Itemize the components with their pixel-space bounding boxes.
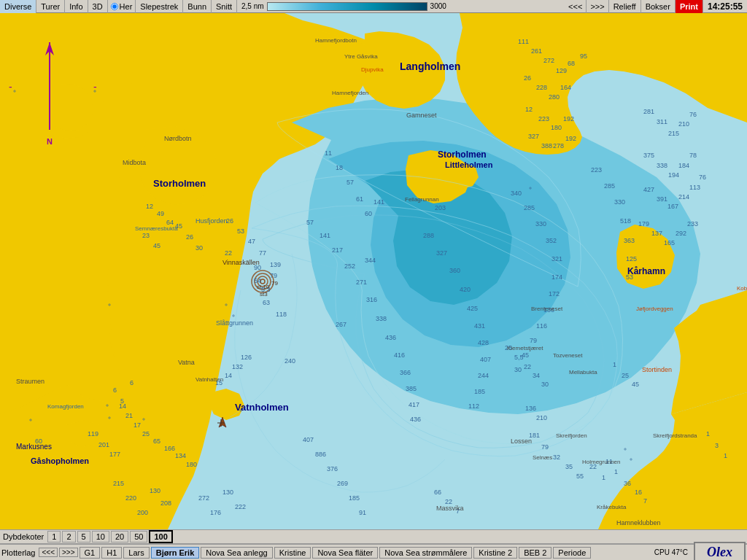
svg-text:436: 436 [385,334,396,341]
svg-text:164: 164 [560,84,571,91]
plotterlag-lars[interactable]: Lars [123,547,149,559]
svg-text:228: 228 [536,84,547,91]
depth-nav-right[interactable]: >>> [588,2,606,11]
svg-text:Storholmen: Storholmen [153,178,206,189]
plotterlag-kristine[interactable]: Kristine [274,547,311,559]
toolbar-slepestrek[interactable]: Slepestrek [136,0,183,13]
map-container[interactable]: N 12 49 64 23 45 45 26 [0,13,747,529]
svg-text:Gåshopholmen: Gåshopholmen [31,456,89,465]
toolbar-bunn[interactable]: Bunn [183,0,212,13]
plotterlag-nav-right[interactable]: >>> [59,548,78,557]
svg-text:1: 1 [602,474,605,481]
plotterlag-periode[interactable]: Periode [553,547,591,559]
svg-text:192: 192 [565,135,576,142]
svg-text:Hamnefjordbotn: Hamnefjordbotn [315,37,357,44]
svg-text:436: 436 [410,416,421,423]
svg-text:1: 1 [614,468,618,475]
toolbar-print[interactable]: Print [676,0,703,13]
depth-btn-100[interactable]: 100 [149,530,172,543]
toolbar-info[interactable]: Info [65,0,88,13]
svg-text:366: 366 [400,369,411,376]
toolbar-nav-left-group: <<< [565,0,587,13]
plotterlag-g1[interactable]: G1 [80,547,101,559]
toolbar-diverse[interactable]: Diverse [0,0,36,13]
depth-bar: Dybdekoter 1 2 5 10 20 50 100 [0,529,747,544]
svg-text:431: 431 [474,322,485,330]
svg-text:220: 220 [125,494,136,502]
svg-text:22: 22 [524,363,531,370]
svg-text:360: 360 [449,267,460,274]
depth-nav-left[interactable]: <<< [566,2,584,11]
svg-text:201: 201 [98,441,109,448]
svg-text:79: 79 [541,443,549,451]
svg-text:129: 129 [556,67,567,74]
plotterlag-h1[interactable]: H1 [101,547,122,559]
svg-text:113: 113 [689,184,700,191]
plotterlag-nav-left[interactable]: <<< [39,548,58,557]
svg-text:215: 215 [113,480,124,487]
depth-btn-20[interactable]: 20 [111,531,128,542]
svg-text:60: 60 [365,210,372,217]
svg-text:185: 185 [474,388,485,395]
svg-text:26: 26 [186,233,193,241]
svg-text:407: 407 [480,356,491,363]
plotterlag-kristine2[interactable]: Kristine 2 [473,547,517,559]
svg-text:45: 45 [153,242,160,249]
svg-text:223: 223 [538,115,549,122]
her-radio-input[interactable] [111,3,118,10]
svg-text:327: 327 [436,249,447,257]
depth-btn-2[interactable]: 2 [62,531,75,542]
svg-text:12: 12 [525,106,533,113]
svg-text:172: 172 [549,290,560,298]
svg-text:177: 177 [109,451,120,458]
plotterlag-nova-sea-strommålere[interactable]: Nova Sea strømmålere [379,547,472,559]
svg-text:Fellagrunnan: Fellagrunnan [405,196,439,203]
svg-text:363: 363 [624,237,635,244]
toolbar-relieff[interactable]: Relieff [609,0,641,13]
svg-text:Kårhamn: Kårhamn [627,266,665,276]
svg-text:Vinnaskällen: Vinnaskällen [222,259,260,266]
svg-text:Kob: Kob [737,285,747,292]
depth-btn-10[interactable]: 10 [92,531,109,542]
svg-text:N: N [47,137,53,146]
toolbar-turer[interactable]: Turer [36,0,65,13]
svg-text:167: 167 [667,203,678,210]
svg-text:214: 214 [678,193,689,201]
svg-text:240: 240 [285,357,295,365]
plotterlag-nova-sea-flater[interactable]: Nova Sea fläter [312,547,378,559]
svg-text:388: 388 [541,142,552,149]
svg-text:244: 244 [478,372,489,379]
svg-text:340: 340 [511,190,522,197]
depth-btn-50[interactable]: 50 [130,531,147,542]
svg-text:285: 285 [604,182,615,190]
depth-gradient [267,2,427,11]
toolbar-3d[interactable]: 3D [88,0,108,13]
plotterlag-beb2[interactable]: BEB 2 [519,547,551,559]
svg-text:886: 886 [315,451,326,458]
svg-text:17: 17 [133,421,141,429]
plotterlag-bjorn-erik[interactable]: Bjørn Erik [151,547,200,559]
svg-text:35: 35 [565,463,573,470]
svg-text:203: 203 [435,204,446,211]
svg-text:Storholmen: Storholmen [438,149,487,160]
svg-text:61: 61 [356,195,363,203]
svg-text:278: 278 [553,142,564,149]
toolbar-her-radio[interactable]: Her [108,0,136,13]
svg-text:180: 180 [186,461,197,468]
depth-btn-1[interactable]: 1 [47,531,61,542]
svg-text:Selnæs: Selnæs [533,454,552,461]
plotterlag-nova-sea-anlegg[interactable]: Nova Sea anlegg [201,547,272,559]
depth-btn-5[interactable]: 5 [77,531,90,542]
svg-text:311: 311 [657,118,667,125]
svg-text:428: 428 [478,339,489,346]
svg-text:Vatnhatten: Vatnhatten [196,376,223,383]
svg-text:91: 91 [359,509,366,516]
svg-text:391: 391 [657,195,667,203]
svg-text:215: 215 [668,130,679,137]
plotterlag-label: Plotterlag [1,548,35,557]
svg-text:30: 30 [514,366,522,373]
svg-text:45: 45 [632,381,639,388]
svg-text:139: 139 [270,261,281,268]
toolbar-snitt[interactable]: Snitt [212,0,237,13]
toolbar-bokser[interactable]: Bokser [641,0,676,13]
